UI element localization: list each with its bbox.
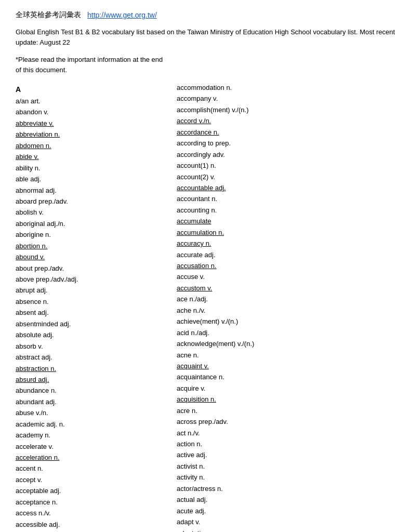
list-item: ache n./v. (177, 305, 395, 316)
list-item: abide v. (16, 151, 171, 162)
list-item: actor/actress n. (177, 483, 395, 494)
subtitle: Global English Test B1 & B2 vocabulary l… (16, 27, 395, 47)
list-item: abrupt adj. (16, 285, 171, 296)
list-item: accelerate v. (16, 441, 171, 452)
left-word-list: a/an art.abandon v.abbreviate v.abbrevia… (16, 96, 171, 532)
list-item: accuracy n. (177, 238, 395, 249)
header-link[interactable]: http://www.get.org.tw/ (87, 11, 157, 19)
left-column: A a/an art.abandon v.abbreviate v.abbrev… (16, 82, 177, 532)
list-item: across prep./adv. (177, 416, 395, 427)
list-item: abound v. (16, 251, 171, 262)
right-column: accommodation n.accompany v.accomplish(m… (177, 82, 395, 532)
list-item: above prep./adv./adj. (16, 274, 171, 285)
list-item: acne n. (177, 350, 395, 361)
list-item: accessible adj. (16, 519, 171, 530)
list-item: accommodation n. (177, 82, 395, 93)
list-item: account(2) v. (177, 171, 395, 182)
list-item: acute adj. (177, 506, 395, 516)
list-item: accumulation n. (177, 227, 395, 238)
list-item: ability n. (16, 163, 171, 174)
list-item: adapt v. (177, 516, 395, 527)
list-item: acceleration n. (16, 452, 171, 463)
list-item: active adj. (177, 449, 395, 460)
list-item: accountable adj. (177, 182, 395, 193)
list-item: abundant adj. (16, 396, 171, 407)
list-item: aborigine n. (16, 229, 171, 240)
header-line: 全球英檢參考詞彙表 http://www.get.org.tw/ (16, 10, 395, 20)
list-item: able adj. (16, 174, 171, 184)
list-item: accustom v. (177, 283, 395, 294)
list-item: abortion n. (16, 241, 171, 251)
list-item: accordingly adv. (177, 149, 395, 160)
list-item: actual adj. (177, 494, 395, 505)
list-item: acquaint v. (177, 361, 395, 371)
list-item: activist n. (177, 461, 395, 472)
list-item: accumulate (177, 216, 395, 227)
list-item: action n. (177, 438, 395, 449)
list-item: activity n. (177, 472, 395, 483)
list-item: abandon v. (16, 107, 171, 117)
list-item: according to prep. (177, 138, 395, 149)
list-item: acquire v. (177, 383, 395, 394)
list-item: absence n. (16, 296, 171, 307)
list-item: aboard prep./adv. (16, 196, 171, 207)
list-item: abolish v. (16, 207, 171, 218)
list-item: act n./v. (177, 428, 395, 438)
list-item: accountant n. (177, 193, 395, 204)
list-item: absent adj. (16, 307, 171, 318)
list-item: accurate adj. (177, 249, 395, 260)
list-item: acknowledge(ment) v./(n.) (177, 338, 395, 349)
list-item: ace n./adj. (177, 294, 395, 304)
list-item: accent n. (16, 463, 171, 474)
list-item: acceptable adj. (16, 485, 171, 496)
list-item: absorb v. (16, 341, 171, 352)
section-letter-a: A (16, 85, 171, 94)
list-item: abstraction n. (16, 363, 171, 374)
list-item: accord v./n. (177, 115, 395, 126)
list-item: acquisition n. (177, 394, 395, 405)
list-item: academic adj. n. (16, 419, 171, 430)
list-item: accessory n./adj. (16, 530, 171, 532)
list-item: abundance n. (16, 385, 171, 396)
list-item: abdomen n. (16, 140, 171, 151)
list-item: academy n. (16, 430, 171, 441)
list-item: acid n./adj. (177, 327, 395, 338)
right-word-list: accommodation n.accompany v.accomplish(m… (177, 82, 395, 532)
list-item: abstract adj. (16, 352, 171, 363)
page-title: 全球英檢參考詞彙表 (16, 10, 81, 20)
list-item: abbreviation n. (16, 129, 171, 140)
list-item: abnormal adj. (16, 185, 171, 196)
list-item: accuse v. (177, 271, 395, 282)
list-item: accompany v. (177, 93, 395, 104)
list-item: absentminded adj. (16, 318, 171, 329)
list-item: adaptation n. (177, 528, 395, 533)
list-item: absolute adj. (16, 329, 171, 340)
notice-text: *Please read the important information a… (16, 55, 166, 75)
list-item: accounting n. (177, 205, 395, 216)
list-item: access n./v. (16, 508, 171, 518)
list-item: about prep./adv. (16, 263, 171, 274)
list-item: accomplish(ment) v./(n.) (177, 104, 395, 115)
list-item: a/an art. (16, 96, 171, 107)
list-item: acceptance n. (16, 497, 171, 508)
list-item: abuse v./n. (16, 407, 171, 418)
list-item: abbreviate v. (16, 118, 171, 129)
list-item: accusation n. (177, 260, 395, 271)
list-item: accordance n. (177, 127, 395, 138)
list-item: account(1) n. (177, 160, 395, 171)
list-item: accept v. (16, 474, 171, 485)
list-item: aboriginal adj./n. (16, 218, 171, 229)
list-item: acre n. (177, 405, 395, 416)
list-item: achieve(ment) v./(n.) (177, 316, 395, 327)
list-item: absurd adj. (16, 374, 171, 385)
list-item: acquaintance n. (177, 371, 395, 382)
